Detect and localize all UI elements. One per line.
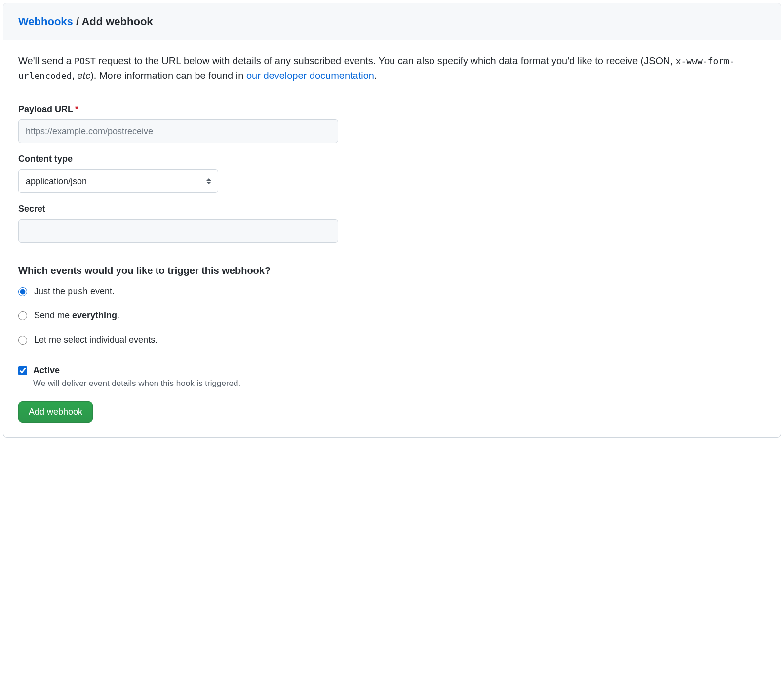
secret-label: Secret	[18, 204, 766, 214]
secret-input[interactable]	[18, 219, 338, 243]
form-description: We'll send a POST request to the URL bel…	[18, 53, 766, 83]
active-row: Active We will deliver event details whe…	[18, 365, 766, 388]
active-label: Active	[33, 365, 240, 376]
developer-docs-link[interactable]: our developer documentation	[246, 70, 374, 81]
event-option-individual[interactable]: Let me select individual events.	[18, 335, 766, 345]
event-label-push: Just the push event.	[34, 286, 115, 297]
divider	[18, 254, 766, 254]
content-type-select-wrap: application/json	[18, 169, 218, 193]
event-option-push[interactable]: Just the push event.	[18, 286, 766, 297]
active-description: We will deliver event details when this …	[33, 379, 240, 388]
panel-header: Webhooks / Add webhook	[3, 3, 781, 40]
payload-url-label: Payload URL*	[18, 104, 766, 115]
active-checkbox[interactable]	[18, 366, 27, 375]
etc-text: etc	[78, 70, 91, 81]
payload-url-group: Payload URL*	[18, 104, 766, 143]
divider	[18, 93, 766, 93]
panel-body: We'll send a POST request to the URL bel…	[3, 40, 781, 437]
payload-url-input[interactable]	[18, 119, 338, 143]
event-radio-individual[interactable]	[18, 336, 27, 345]
code-post: POST	[75, 56, 96, 66]
breadcrumb-current: Add webhook	[81, 15, 153, 28]
breadcrumb: Webhooks / Add webhook	[18, 15, 766, 28]
events-heading: Which events would you like to trigger t…	[18, 265, 766, 276]
breadcrumb-separator: /	[76, 15, 81, 28]
event-radio-push[interactable]	[18, 287, 27, 296]
event-option-everything[interactable]: Send me everything.	[18, 310, 766, 321]
add-webhook-button[interactable]: Add webhook	[18, 401, 93, 423]
content-type-label: Content type	[18, 154, 766, 164]
breadcrumb-link-webhooks[interactable]: Webhooks	[18, 15, 73, 28]
code-push: push	[68, 286, 88, 296]
divider	[18, 354, 766, 354]
content-type-select[interactable]: application/json	[18, 169, 218, 193]
active-content: Active We will deliver event details whe…	[33, 365, 240, 388]
content-type-group: Content type application/json	[18, 154, 766, 193]
webhook-form-panel: Webhooks / Add webhook We'll send a POST…	[3, 3, 781, 438]
secret-group: Secret	[18, 204, 766, 243]
required-indicator: *	[75, 104, 78, 114]
event-label-everything: Send me everything.	[34, 310, 119, 321]
event-radio-everything[interactable]	[18, 311, 27, 320]
event-label-individual: Let me select individual events.	[34, 335, 157, 345]
